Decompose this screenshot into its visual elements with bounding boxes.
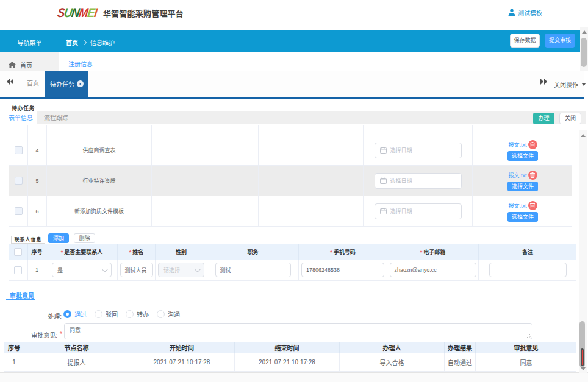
tab-todo-tasks[interactable]: 待办任务 x [45, 71, 88, 97]
tab-close-icon[interactable]: x [77, 80, 84, 87]
table-row: 6 新添加资质文件模板 选择日期 报文.txt 选择文件 [9, 196, 572, 227]
radio-reject-label[interactable]: 驳回 [106, 309, 118, 319]
caret-down-icon [581, 83, 586, 86]
choose-file-button[interactable]: 选择文件 [507, 182, 538, 191]
cell-end: 2021-07-21 10:17:28 [235, 353, 340, 371]
scroll-up-icon[interactable] [581, 134, 586, 137]
breadcrumb-home[interactable]: 首页 [66, 38, 78, 47]
close-operations-dropdown[interactable]: 关闭操作 [554, 80, 586, 89]
user-name: 测试模板 [518, 8, 542, 17]
file-link[interactable]: 报文.txt [508, 141, 526, 149]
radio-pass[interactable] [63, 310, 71, 318]
file-link[interactable]: 报文.txt [508, 171, 526, 179]
contact-index: 1 [28, 260, 46, 280]
date-input[interactable]: 选择日期 [375, 173, 462, 189]
radio-reject[interactable] [95, 310, 102, 318]
sidebar-home-label: 首页 [20, 60, 32, 69]
email-input[interactable]: zhaozn@anyo.cc [390, 263, 476, 277]
row-index: 5 [28, 166, 47, 196]
row-checkbox[interactable] [15, 207, 23, 215]
breadcrumb-separator-icon [82, 40, 87, 45]
date-input[interactable]: 选择日期 [375, 203, 462, 219]
col-name: *姓名 [118, 244, 156, 260]
date-placeholder: 选择日期 [390, 207, 412, 215]
contacts-row: 1 是 测试人员 请选择 测试 17806248538 zhaozn@anyo.… [9, 260, 576, 281]
row-checkbox[interactable] [15, 177, 23, 185]
col-remark: 备注 [479, 244, 576, 260]
add-contact-button[interactable]: 添加 [48, 233, 69, 243]
table-row: 4 供应商调查表 选择日期 报文.txt 选择文件 [9, 135, 572, 166]
col-job: 职务 [207, 244, 299, 260]
user-menu[interactable]: 测试模板 [508, 7, 542, 17]
row-index: 6 [28, 196, 47, 226]
contacts-section-label: 联系人信息 [11, 236, 45, 244]
contacts-header-row: 序号 *是否主要联系人 *姓名 性别 职务 *手机号码 *电子邮箱 备注 [9, 244, 576, 260]
select-all-checkbox[interactable] [14, 248, 22, 256]
table-row-partial [9, 125, 572, 135]
cell-result: 自动通过 [445, 353, 476, 371]
dialog-tabstrip [5, 111, 586, 124]
radio-pass-label[interactable]: 通过 [74, 309, 87, 319]
phone-input[interactable]: 17806248538 [301, 263, 384, 277]
resize-grip-icon[interactable] [526, 333, 531, 338]
radio-communicate-label[interactable]: 沟通 [168, 309, 180, 319]
approval-title-underline [6, 299, 35, 300]
calendar-icon [380, 208, 387, 214]
col-opinion: 审批意见 [476, 342, 576, 353]
delete-file-button[interactable] [528, 140, 537, 149]
delete-contact-button[interactable]: 删除 [74, 233, 95, 243]
choose-file-button[interactable]: 选择文件 [507, 151, 538, 161]
name-input[interactable]: 测试人员 [120, 263, 153, 277]
handle-button[interactable]: 办理 [533, 113, 554, 124]
radio-transfer-label[interactable]: 转办 [137, 309, 149, 319]
nav-menu-label[interactable]: 导航菜单 [0, 38, 59, 47]
bottom-strip [0, 372, 588, 382]
tab-todo-label: 待办任务 [50, 79, 74, 88]
page-scrollbar-thumb[interactable] [581, 38, 587, 67]
date-placeholder: 选择日期 [390, 146, 412, 154]
scroll-down-icon[interactable] [581, 367, 586, 370]
remark-input[interactable] [489, 263, 567, 277]
delete-file-button[interactable] [528, 171, 537, 180]
job-input[interactable]: 测试 [215, 263, 291, 277]
date-placeholder: 选择日期 [390, 177, 412, 185]
file-link[interactable]: 报文.txt [508, 202, 526, 210]
tab-form-info[interactable]: 表单信息 [5, 111, 37, 124]
close-button[interactable]: 关闭 [559, 113, 581, 124]
row-name: 行业特许资质 [47, 166, 152, 196]
col-end: 结束时间 [235, 342, 340, 353]
trash-icon [530, 172, 535, 178]
submit-review-button[interactable]: 提交审核 [545, 34, 575, 48]
process-table: 序号 节点名称 开始时间 结束时间 办理人 办理结果 审批意见 1 提报人 20… [4, 342, 576, 372]
opinion-textarea[interactable]: 同意 [64, 323, 532, 339]
gender-select[interactable]: 请选择 [158, 263, 204, 277]
primary-select[interactable]: 是 [52, 263, 112, 277]
scroll-up-icon[interactable] [582, 30, 587, 34]
radio-transfer[interactable] [126, 310, 134, 318]
table-row: 5 行业特许资质 选择日期 报文.txt 选择文件 [9, 166, 572, 196]
collapse-tabs-left-icon[interactable] [6, 78, 14, 87]
date-input[interactable]: 选择日期 [375, 143, 462, 158]
col-start: 开始时间 [129, 342, 235, 353]
save-data-button[interactable]: 保存数据 [510, 34, 540, 48]
cell-index: 1 [4, 353, 24, 371]
register-info-tab[interactable]: 注册信息 [68, 59, 93, 68]
row-checkbox[interactable] [15, 146, 23, 154]
calendar-icon [380, 147, 387, 154]
cell-opinion: 同意 [476, 353, 576, 371]
chevron-down-icon [102, 266, 108, 272]
sidebar-item-home[interactable]: 首页 [9, 60, 32, 69]
cell-node: 提报人 [24, 353, 129, 371]
scroll-position-marker [581, 348, 584, 366]
trash-icon [530, 142, 535, 147]
tab-flow-track[interactable]: 流程跟踪 [41, 111, 71, 124]
choose-file-button[interactable]: 选择文件 [507, 212, 538, 222]
delete-file-button[interactable] [528, 201, 537, 210]
close-operations-label: 关闭操作 [554, 80, 578, 89]
tab-home[interactable]: 首页 [21, 71, 45, 96]
row-checkbox[interactable] [14, 266, 22, 274]
radio-communicate[interactable] [157, 310, 165, 318]
collapse-tabs-right-icon[interactable] [540, 78, 548, 87]
sunmei-logo: SUNMEI [56, 5, 96, 23]
row-name: 供应商调查表 [47, 135, 152, 165]
